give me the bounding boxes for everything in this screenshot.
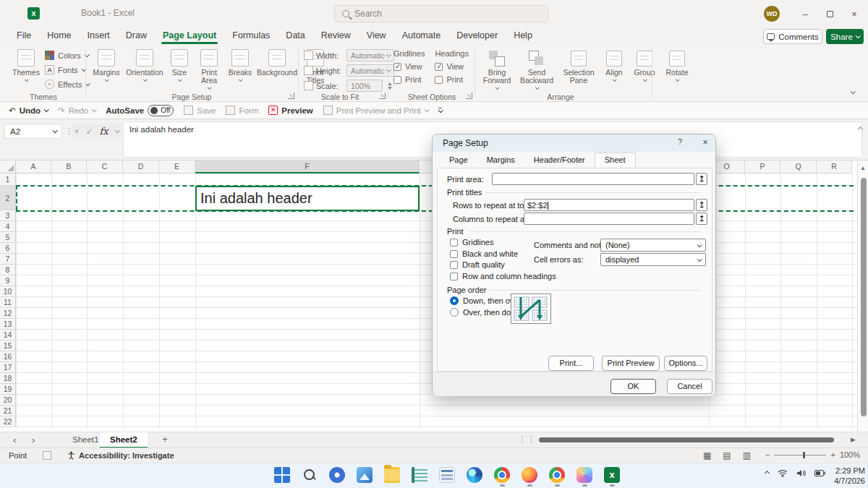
select-all-corner[interactable] [0, 160, 16, 174]
fonts-button[interactable]: A Fonts [45, 65, 89, 74]
vertical-scroll-thumb[interactable] [861, 178, 867, 416]
print-area-button[interactable]: Print Area [194, 49, 224, 90]
row-header-12[interactable]: 12 [0, 308, 16, 319]
search-input[interactable]: Search [334, 5, 548, 22]
ribbon-tab-automate[interactable]: Automate [394, 27, 449, 45]
comments-and-notes-dropdown[interactable]: (None) [600, 239, 706, 252]
breaks-button[interactable]: Breaks [226, 49, 255, 82]
row-header-15[interactable]: 15 [0, 341, 16, 351]
autosave-toggle[interactable]: AutoSave Off [106, 105, 174, 116]
row-header-20[interactable]: 20 [0, 395, 16, 406]
print-preview-button[interactable]: Print Preview and Print [323, 106, 428, 115]
columns-to-repeat-input[interactable] [524, 213, 694, 225]
tray-expand-icon[interactable] [765, 471, 770, 476]
macro-record-icon[interactable] [43, 451, 51, 460]
gridlines-print-checkbox[interactable]: Print [393, 75, 425, 84]
previous-sheet-button[interactable]: ‹ [13, 435, 16, 445]
margins-button[interactable]: Margins [90, 49, 123, 82]
zoom-in-button[interactable]: + [830, 450, 835, 459]
ok-button[interactable]: OK [610, 379, 656, 394]
user-avatar[interactable]: WD [764, 6, 780, 22]
cell-errors-dropdown[interactable]: displayed [600, 253, 706, 266]
name-box[interactable]: A2 [4, 124, 62, 139]
ribbon-tab-view[interactable]: View [359, 27, 394, 45]
ribbon-tab-review[interactable]: Review [313, 27, 359, 45]
ribbon-tab-data[interactable]: Data [278, 27, 312, 45]
rotate-button[interactable]: Rotate [661, 51, 693, 82]
next-sheet-button[interactable]: › [32, 435, 35, 445]
print-area-input[interactable] [492, 173, 694, 185]
row-header-1[interactable]: 1 [0, 174, 16, 186]
zoom-out-button[interactable]: − [765, 450, 770, 459]
excel-app-icon[interactable]: x [27, 7, 40, 20]
insert-function-button[interactable]: fx [99, 126, 108, 137]
themes-button[interactable]: Themes [10, 49, 42, 82]
size-button[interactable]: Size [166, 49, 192, 82]
ribbon-tab-formulas[interactable]: Formulas [224, 27, 278, 45]
row-header-5[interactable]: 5 [0, 232, 16, 243]
battery-icon[interactable] [814, 470, 825, 476]
options-button[interactable]: Options... [664, 356, 707, 371]
collapse-ribbon-button[interactable] [851, 87, 854, 95]
column-header-d[interactable]: D [123, 160, 159, 174]
draft-quality-checkbox[interactable]: Draft quality [450, 260, 505, 269]
ribbon-tab-help[interactable]: Help [506, 27, 540, 45]
column-header-f[interactable]: F [195, 160, 420, 174]
horizontal-scroll-thumb[interactable] [539, 437, 834, 442]
undo-button[interactable]: ↶ Undo [9, 106, 48, 116]
ribbon-tab-page-layout[interactable]: Page Layout [155, 27, 224, 45]
column-header-r[interactable]: R [817, 160, 852, 174]
ribbon-tab-home[interactable]: Home [39, 27, 79, 45]
help-icon[interactable]: ? [674, 137, 686, 146]
scroll-right-icon[interactable]: ▶ [851, 436, 856, 443]
horizontal-scrollbar[interactable] [532, 437, 847, 443]
gridlines-checkbox[interactable]: Gridlines [450, 238, 493, 247]
column-header-q[interactable]: Q [780, 160, 817, 174]
ribbon-tab-draw[interactable]: Draw [118, 27, 155, 45]
taskbar-icon-copilot[interactable] [576, 467, 593, 487]
dialog-tab-sheet[interactable]: Sheet [595, 153, 636, 167]
effects-button[interactable]: Effects [45, 80, 89, 89]
zoom-slider-thumb[interactable] [803, 452, 805, 458]
scale-to-fit-dialog-launcher[interactable]: ↘ [379, 93, 386, 99]
column-header-a[interactable]: A [16, 160, 51, 174]
row-header-17[interactable]: 17 [0, 362, 16, 373]
sheet-tab-sheet2[interactable]: Sheet2 [100, 432, 148, 448]
sheet-options-dialog-launcher[interactable]: ↘ [466, 93, 472, 99]
minimize-button[interactable]: – [793, 0, 817, 27]
dialog-tab-page[interactable]: Page [440, 153, 477, 168]
scale-input[interactable]: 100% [346, 80, 383, 92]
share-button[interactable]: Share [826, 29, 864, 44]
row-header-19[interactable]: 19 [0, 384, 16, 395]
page-setup-dialog-launcher[interactable]: ↘ [288, 93, 294, 99]
row-header-7[interactable]: 7 [0, 254, 16, 265]
row-header-9[interactable]: 9 [0, 275, 16, 286]
dialog-close-icon[interactable]: × [699, 137, 712, 147]
taskbar-icon-start[interactable] [273, 467, 291, 487]
zoom-level[interactable]: 100% [840, 450, 860, 459]
background-button[interactable]: Background [256, 49, 298, 77]
cancel-formula-button[interactable]: × [74, 127, 79, 137]
redo-button[interactable]: ↷ Redo [58, 106, 95, 116]
orientation-button[interactable]: Orientation [124, 49, 165, 82]
colors-button[interactable]: Colors [45, 51, 89, 60]
vertical-scrollbar[interactable]: ▲ [857, 160, 868, 432]
ribbon-tab-developer[interactable]: Developer [448, 27, 506, 45]
headings-view-checkbox[interactable]: View [435, 62, 468, 71]
accessibility-checker[interactable]: Accessibility: Investigate [67, 451, 174, 460]
print-area-range-button[interactable]: ↥ [696, 173, 707, 185]
active-cell-f2[interactable]: Ini adalah header [195, 186, 420, 211]
dialog-tab-margins[interactable]: Margins [477, 153, 524, 168]
row-header-8[interactable]: 8 [0, 265, 16, 275]
black-and-white-checkbox[interactable]: Black and white [450, 249, 518, 258]
row-header-18[interactable]: 18 [0, 373, 16, 384]
row-header-4[interactable]: 4 [0, 221, 16, 232]
cancel-button[interactable]: Cancel [667, 379, 712, 394]
row-header-16[interactable]: 16 [0, 351, 16, 362]
taskbar-icon-chrome-beta[interactable] [548, 467, 566, 487]
print-button[interactable]: Print... [548, 356, 594, 371]
close-button[interactable]: × [842, 0, 867, 27]
row-header-14[interactable]: 14 [0, 330, 16, 341]
rows-to-repeat-input[interactable]: $2:$2 [524, 199, 694, 211]
collapse-formula-bar-button[interactable] [859, 124, 862, 132]
